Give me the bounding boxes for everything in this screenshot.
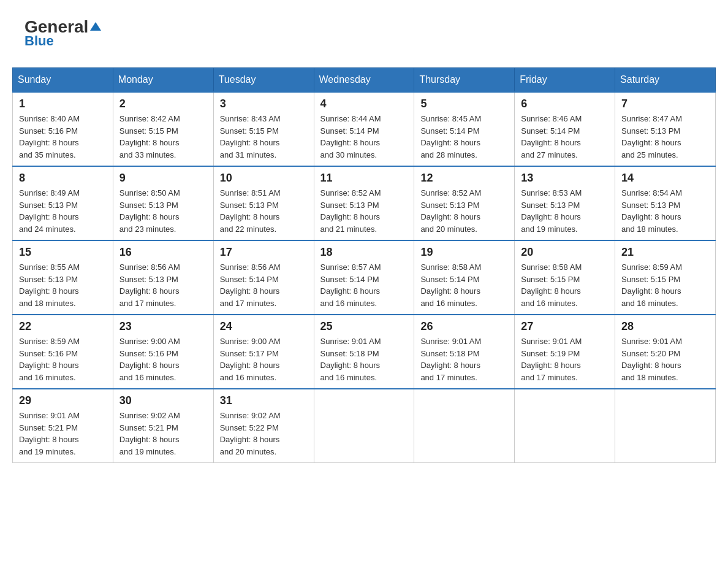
day-number: 24 — [220, 320, 308, 333]
calendar-cell: 25 Sunrise: 9:01 AMSunset: 5:18 PMDaylig… — [314, 315, 414, 389]
day-number: 15 — [19, 246, 107, 259]
day-info: Sunrise: 8:47 AMSunset: 5:13 PMDaylight:… — [621, 113, 709, 161]
day-info: Sunrise: 8:58 AMSunset: 5:14 PMDaylight:… — [420, 261, 508, 309]
day-number: 7 — [621, 98, 709, 110]
calendar-cell: 30 Sunrise: 9:02 AMSunset: 5:21 PMDaylig… — [113, 389, 213, 463]
day-info: Sunrise: 8:57 AMSunset: 5:14 PMDaylight:… — [320, 261, 408, 309]
calendar-cell — [515, 389, 615, 463]
day-info: Sunrise: 8:52 AMSunset: 5:13 PMDaylight:… — [420, 187, 508, 235]
day-number: 21 — [621, 246, 709, 259]
day-info: Sunrise: 9:01 AMSunset: 5:18 PMDaylight:… — [420, 335, 508, 383]
day-info: Sunrise: 9:00 AMSunset: 5:17 PMDaylight:… — [220, 335, 308, 383]
calendar-table: SundayMondayTuesdayWednesdayThursdayFrid… — [12, 67, 716, 463]
day-number: 23 — [119, 320, 207, 333]
calendar-cell: 17 Sunrise: 8:56 AMSunset: 5:14 PMDaylig… — [213, 240, 314, 315]
day-info: Sunrise: 8:51 AMSunset: 5:13 PMDaylight:… — [220, 187, 308, 235]
calendar-cell: 3 Sunrise: 8:43 AMSunset: 5:15 PMDayligh… — [213, 92, 314, 166]
week-row-2: 8 Sunrise: 8:49 AMSunset: 5:13 PMDayligh… — [13, 166, 716, 240]
day-info: Sunrise: 9:02 AMSunset: 5:22 PMDaylight:… — [220, 410, 308, 458]
day-number: 16 — [119, 246, 207, 259]
calendar-cell: 23 Sunrise: 9:00 AMSunset: 5:16 PMDaylig… — [113, 315, 213, 389]
calendar-cell: 1 Sunrise: 8:40 AMSunset: 5:16 PMDayligh… — [13, 92, 113, 166]
day-info: Sunrise: 9:00 AMSunset: 5:16 PMDaylight:… — [119, 335, 207, 383]
col-header-sunday: Sunday — [13, 68, 113, 93]
day-number: 31 — [220, 394, 308, 407]
day-info: Sunrise: 8:59 AMSunset: 5:15 PMDaylight:… — [621, 261, 709, 309]
calendar-cell: 20 Sunrise: 8:58 AMSunset: 5:15 PMDaylig… — [515, 240, 615, 315]
calendar-cell: 22 Sunrise: 8:59 AMSunset: 5:16 PMDaylig… — [13, 315, 113, 389]
calendar-cell: 7 Sunrise: 8:47 AMSunset: 5:13 PMDayligh… — [615, 92, 716, 166]
day-number: 26 — [420, 320, 508, 333]
day-info: Sunrise: 8:42 AMSunset: 5:15 PMDaylight:… — [119, 113, 207, 161]
col-header-tuesday: Tuesday — [213, 68, 314, 93]
day-info: Sunrise: 8:56 AMSunset: 5:14 PMDaylight:… — [220, 261, 308, 309]
day-number: 29 — [19, 394, 107, 407]
col-header-wednesday: Wednesday — [314, 68, 414, 93]
day-number: 9 — [119, 172, 207, 185]
calendar-cell: 8 Sunrise: 8:49 AMSunset: 5:13 PMDayligh… — [13, 166, 113, 240]
day-info: Sunrise: 8:58 AMSunset: 5:15 PMDaylight:… — [521, 261, 609, 309]
logo: General Blue — [25, 18, 101, 49]
day-info: Sunrise: 9:02 AMSunset: 5:21 PMDaylight:… — [119, 410, 207, 458]
day-info: Sunrise: 8:40 AMSunset: 5:16 PMDaylight:… — [19, 113, 107, 161]
day-number: 12 — [420, 172, 508, 185]
day-info: Sunrise: 8:56 AMSunset: 5:13 PMDaylight:… — [119, 261, 207, 309]
calendar-cell: 6 Sunrise: 8:46 AMSunset: 5:14 PMDayligh… — [515, 92, 615, 166]
calendar-cell: 24 Sunrise: 9:00 AMSunset: 5:17 PMDaylig… — [213, 315, 314, 389]
calendar-cell: 27 Sunrise: 9:01 AMSunset: 5:19 PMDaylig… — [515, 315, 615, 389]
day-number: 8 — [19, 172, 107, 185]
day-number: 19 — [420, 246, 508, 259]
day-info: Sunrise: 9:01 AMSunset: 5:19 PMDaylight:… — [521, 335, 609, 383]
calendar-cell: 15 Sunrise: 8:55 AMSunset: 5:13 PMDaylig… — [13, 240, 113, 315]
day-number: 3 — [220, 98, 308, 110]
calendar-cell: 31 Sunrise: 9:02 AMSunset: 5:22 PMDaylig… — [213, 389, 314, 463]
calendar-cell: 26 Sunrise: 9:01 AMSunset: 5:18 PMDaylig… — [414, 315, 515, 389]
calendar-cell: 29 Sunrise: 9:01 AMSunset: 5:21 PMDaylig… — [13, 389, 113, 463]
col-header-thursday: Thursday — [414, 68, 515, 93]
col-header-monday: Monday — [113, 68, 213, 93]
calendar-cell: 14 Sunrise: 8:54 AMSunset: 5:13 PMDaylig… — [615, 166, 716, 240]
day-number: 6 — [521, 98, 609, 110]
day-info: Sunrise: 8:54 AMSunset: 5:13 PMDaylight:… — [621, 187, 709, 235]
day-info: Sunrise: 8:43 AMSunset: 5:15 PMDaylight:… — [220, 113, 308, 161]
calendar-cell: 9 Sunrise: 8:50 AMSunset: 5:13 PMDayligh… — [113, 166, 213, 240]
calendar-cell: 16 Sunrise: 8:56 AMSunset: 5:13 PMDaylig… — [113, 240, 213, 315]
calendar-cell: 2 Sunrise: 8:42 AMSunset: 5:15 PMDayligh… — [113, 92, 213, 166]
day-info: Sunrise: 9:01 AMSunset: 5:20 PMDaylight:… — [621, 335, 709, 383]
day-number: 5 — [420, 98, 508, 110]
day-number: 13 — [521, 172, 609, 185]
day-info: Sunrise: 8:55 AMSunset: 5:13 PMDaylight:… — [19, 261, 107, 309]
day-info: Sunrise: 8:49 AMSunset: 5:13 PMDaylight:… — [19, 187, 107, 235]
week-row-5: 29 Sunrise: 9:01 AMSunset: 5:21 PMDaylig… — [13, 389, 716, 463]
day-info: Sunrise: 8:45 AMSunset: 5:14 PMDaylight:… — [420, 113, 508, 161]
week-row-1: 1 Sunrise: 8:40 AMSunset: 5:16 PMDayligh… — [13, 92, 716, 166]
day-info: Sunrise: 8:59 AMSunset: 5:16 PMDaylight:… — [19, 335, 107, 383]
week-row-3: 15 Sunrise: 8:55 AMSunset: 5:13 PMDaylig… — [13, 240, 716, 315]
calendar-cell: 19 Sunrise: 8:58 AMSunset: 5:14 PMDaylig… — [414, 240, 515, 315]
day-info: Sunrise: 8:52 AMSunset: 5:13 PMDaylight:… — [320, 187, 408, 235]
day-number: 20 — [521, 246, 609, 259]
col-header-saturday: Saturday — [615, 68, 716, 93]
day-number: 11 — [320, 172, 408, 185]
day-info: Sunrise: 8:46 AMSunset: 5:14 PMDaylight:… — [521, 113, 609, 161]
day-number: 30 — [119, 394, 207, 407]
calendar-header-row: SundayMondayTuesdayWednesdayThursdayFrid… — [13, 68, 716, 93]
col-header-friday: Friday — [515, 68, 615, 93]
calendar-cell: 12 Sunrise: 8:52 AMSunset: 5:13 PMDaylig… — [414, 166, 515, 240]
day-number: 28 — [621, 320, 709, 333]
logo-blue: Blue — [25, 33, 54, 49]
calendar-cell: 4 Sunrise: 8:44 AMSunset: 5:14 PMDayligh… — [314, 92, 414, 166]
page-header: General Blue — [12, 12, 716, 55]
day-info: Sunrise: 9:01 AMSunset: 5:18 PMDaylight:… — [320, 335, 408, 383]
day-number: 1 — [19, 98, 107, 110]
day-info: Sunrise: 8:50 AMSunset: 5:13 PMDaylight:… — [119, 187, 207, 235]
day-number: 25 — [320, 320, 408, 333]
calendar-cell: 18 Sunrise: 8:57 AMSunset: 5:14 PMDaylig… — [314, 240, 414, 315]
calendar-cell — [414, 389, 515, 463]
day-info: Sunrise: 8:44 AMSunset: 5:14 PMDaylight:… — [320, 113, 408, 161]
day-number: 2 — [119, 98, 207, 110]
calendar-cell: 10 Sunrise: 8:51 AMSunset: 5:13 PMDaylig… — [213, 166, 314, 240]
day-number: 4 — [320, 98, 408, 110]
calendar-cell: 28 Sunrise: 9:01 AMSunset: 5:20 PMDaylig… — [615, 315, 716, 389]
day-number: 17 — [220, 246, 308, 259]
